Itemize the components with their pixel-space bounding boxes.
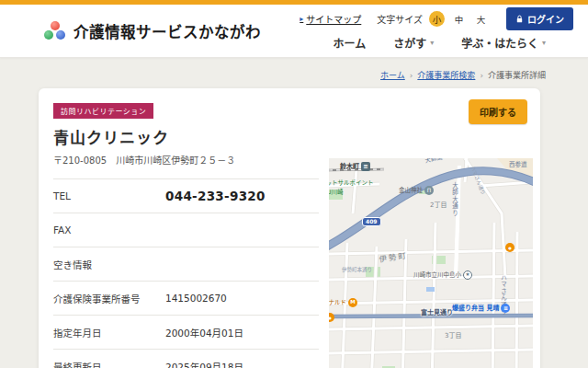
- main-nav: ホーム さがす▾ 学ぶ・はたらく▾: [334, 35, 573, 56]
- map-label-text: 409: [366, 218, 378, 224]
- detail-label: 指定年月日: [53, 326, 165, 339]
- map-label-text: 3丁目: [445, 333, 461, 339]
- bento-icon: ≡: [501, 304, 510, 313]
- map-label-text: フットサルポイント: [329, 180, 374, 187]
- station-icon: ≡: [361, 162, 370, 171]
- site-header: 介護情報サービスかながわ ▸サイトマップ 文字サイズ 小 中 大 ログイン ホー…: [0, 5, 588, 58]
- lock-icon: [515, 15, 524, 23]
- map-label-poi-green: ALU川崎: [329, 190, 344, 196]
- facility-name: 青山クリニック: [53, 125, 526, 148]
- site-logo[interactable]: 介護情報サービスかながわ: [44, 20, 261, 42]
- utility-bar: ▸サイトマップ 文字サイズ 小 中 大 ログイン: [300, 7, 573, 30]
- breadcrumb-separator: ›: [480, 71, 483, 80]
- detail-label: 空き情報: [53, 258, 165, 271]
- map-label-text: 伊勢町本通り: [342, 268, 372, 273]
- breadcrumb-separator: ›: [410, 71, 413, 80]
- logo-icon: [44, 21, 67, 40]
- detail-row: 指定年月日2000年04月01日: [53, 315, 319, 349]
- breadcrumb: ホーム›介護事業所検索›介護事業所詳細: [0, 69, 546, 81]
- shrine-icon: Π: [424, 186, 434, 195]
- map-label-text: マクドナルド: [329, 300, 346, 306]
- map-label-poi-orange: マクドナルドM: [329, 298, 357, 307]
- facility-details-table: TEL044-233-9320FAX空き情報介護保険事業所番号141500267…: [53, 178, 319, 368]
- breadcrumb-search[interactable]: 介護事業所検索: [417, 71, 475, 80]
- font-size-medium-button[interactable]: 中: [451, 11, 467, 27]
- map-label-text: 富士見通り: [421, 310, 453, 316]
- school-icon: ★: [463, 270, 472, 280]
- map-label-station: 鈴木町≡: [340, 162, 370, 171]
- route-shield: 409: [362, 217, 381, 226]
- detail-row: 介護保険事業所番号1415002670: [53, 281, 319, 315]
- detail-label: 介護保険事業所番号: [53, 292, 165, 305]
- detail-row: TEL044-233-9320: [53, 178, 319, 213]
- breadcrumb-current: 介護事業所詳細: [488, 71, 546, 80]
- detail-label: 最終更新日: [53, 360, 165, 368]
- nav-search[interactable]: さがす▾: [393, 35, 434, 51]
- breadcrumb-home[interactable]: ホーム: [380, 71, 405, 80]
- sitemap-link[interactable]: ▸サイトマップ: [300, 12, 361, 26]
- map-label-road-vertical: 大師大通り: [451, 182, 458, 217]
- food-icon: M: [348, 298, 357, 307]
- login-button[interactable]: ログイン: [506, 7, 573, 30]
- login-label: ログイン: [527, 12, 564, 26]
- category-badge: 訪問リハビリテーション: [53, 103, 153, 119]
- restaurant-icon: ●: [505, 243, 514, 252]
- map-label-poi-school: 川崎市立川中島小★: [413, 270, 472, 280]
- map-label-text: ALU川崎: [329, 190, 344, 196]
- detail-row: 空き情報: [53, 247, 319, 281]
- detail-value: 1415002670: [165, 293, 227, 304]
- detail-value: 044-233-9320: [165, 189, 266, 203]
- map-label-poi-shrine: 金山神社Π: [399, 186, 434, 195]
- sitemap-label: サイトマップ: [306, 12, 361, 26]
- detail-label: FAX: [53, 224, 165, 236]
- map-label-text: 鈴木町: [340, 164, 359, 170]
- facility-detail-card: 訪問リハビリテーション 印刷する 青山クリニック 〒210-0805 川崎市川崎…: [39, 88, 540, 368]
- print-button[interactable]: 印刷する: [469, 99, 527, 124]
- chevron-down-icon: ▾: [430, 39, 434, 47]
- detail-row: 最終更新日2025年09月18日: [53, 349, 319, 368]
- detail-value: 2025年09月18日: [165, 360, 243, 368]
- map-label-road-small: 伊勢町本通り: [342, 268, 372, 273]
- site-title: 介護情報サービスかながわ: [74, 20, 261, 42]
- map-label-area: 3丁目: [445, 333, 461, 339]
- font-size-small-button[interactable]: 小: [429, 11, 445, 27]
- nav-home[interactable]: ホーム: [334, 35, 367, 51]
- map-label-text: 西参道: [509, 162, 527, 168]
- font-size-large-button[interactable]: 大: [473, 11, 489, 27]
- font-size-label: 文字サイズ: [377, 12, 423, 26]
- map-label-text: 大師大通り: [451, 182, 458, 217]
- map[interactable]: 鈴木町≡大師道西参道フットサルポイントALU川崎金山神社Π409大師大通り2丁目…: [329, 158, 533, 368]
- detail-row: FAX: [53, 213, 319, 247]
- map-label-poi-green: フットサルポイント: [329, 180, 374, 187]
- map-label-text: 爆盛り弁当 見晴: [452, 305, 499, 312]
- detail-value: 2000年04月01日: [165, 326, 243, 339]
- detail-label: TEL: [53, 190, 165, 201]
- header-right: ▸サイトマップ 文字サイズ 小 中 大 ログイン ホーム さがす▾ 学ぶ・はたら…: [300, 6, 588, 56]
- map-label-area: 2丁目: [430, 202, 447, 209]
- map-label-text: 川崎市立川中島小: [413, 272, 461, 279]
- map-label-text: 金山神社: [399, 188, 423, 194]
- map-label-road: 西参道: [509, 162, 527, 168]
- chevron-down-icon: ▾: [542, 39, 546, 47]
- chevron-right-icon: ▸: [300, 15, 303, 23]
- map-label-poi-blue: 爆盛り弁当 見晴≡: [452, 304, 510, 313]
- map-label-text: 2丁目: [430, 202, 447, 209]
- nav-learn[interactable]: 学ぶ・はたらく▾: [461, 35, 546, 51]
- map-label-road-on: 富士見通り: [421, 310, 453, 316]
